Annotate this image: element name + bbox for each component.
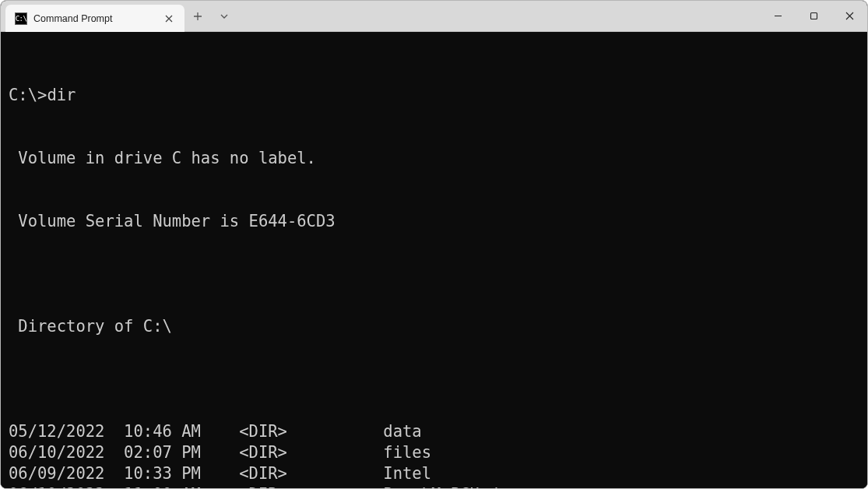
dir-entry: 06/10/2022 11:00 AM <DIR> PatchMyPCUpdat… xyxy=(9,484,867,488)
prompt: C:\> xyxy=(9,86,47,104)
terminal-line: Volume Serial Number is E644-6CD3 xyxy=(9,211,867,232)
terminal-line: Directory of C:\ xyxy=(9,316,867,337)
terminal-line: Volume in drive C has no label. xyxy=(9,148,867,169)
maximize-button[interactable] xyxy=(796,1,831,31)
dir-entry: 05/12/2022 10:46 AM <DIR> data xyxy=(9,421,867,442)
tab-command-prompt[interactable]: C:\ Command Prompt xyxy=(5,5,184,32)
window-close-button[interactable] xyxy=(831,1,867,31)
cmd-icon: C:\ xyxy=(15,12,27,25)
minimize-icon xyxy=(774,12,782,20)
terminal-viewport[interactable]: C:\>dir Volume in drive C has no label. … xyxy=(1,32,867,488)
titlebar-drag-region[interactable] xyxy=(237,1,760,31)
minimize-button[interactable] xyxy=(760,1,796,31)
tab-title: Command Prompt xyxy=(33,13,155,24)
close-icon xyxy=(845,12,854,20)
new-tab-button[interactable] xyxy=(184,1,211,31)
tab-dropdown-button[interactable] xyxy=(211,1,237,31)
maximize-icon xyxy=(810,12,818,20)
dir-entry: 06/10/2022 02:07 PM <DIR> files xyxy=(9,442,867,463)
plus-icon xyxy=(193,12,202,21)
dir-listing: 05/12/2022 10:46 AM <DIR> data06/10/2022… xyxy=(9,421,867,488)
dir-entry: 06/09/2022 10:33 PM <DIR> Intel xyxy=(9,463,867,484)
chevron-down-icon xyxy=(220,12,229,21)
terminal-window: C:\ Command Prompt C:\>dir Volume in dri… xyxy=(0,0,868,489)
titlebar[interactable]: C:\ Command Prompt xyxy=(1,1,867,32)
command-text: dir xyxy=(47,86,76,104)
close-icon xyxy=(165,15,173,23)
terminal-line: C:\>dir xyxy=(9,85,867,106)
svg-rect-0 xyxy=(810,13,817,19)
tab-close-button[interactable] xyxy=(161,11,177,26)
